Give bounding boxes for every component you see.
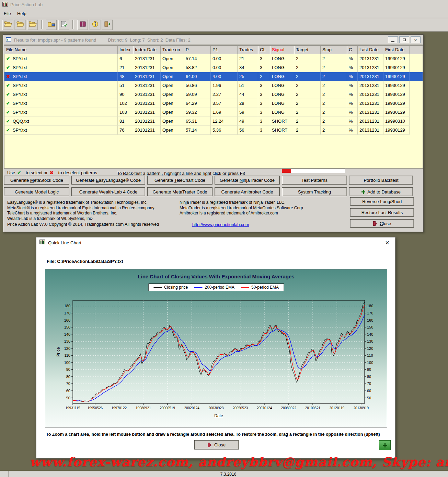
cell: Open xyxy=(161,72,184,81)
cell-file-name: ✔SPY.txt xyxy=(4,126,118,135)
column-header-p[interactable]: P xyxy=(184,46,211,54)
cell: 0.00 xyxy=(211,54,238,63)
table-row[interactable]: ✔SPY.txt2120131231Open58.820.00343LONG22… xyxy=(4,63,423,72)
table-row[interactable]: ✔SPY.txt7620131231Open57.145.36563SHORT2… xyxy=(4,126,423,135)
menu-help[interactable]: Help xyxy=(14,10,30,17)
table-row[interactable]: ✔SPY.txt10220131231Open64.293.57283LONG2… xyxy=(4,99,423,108)
column-header-p1[interactable]: P1 xyxy=(211,46,238,54)
cell: 56.86 xyxy=(184,81,211,90)
cross-icon[interactable]: ✖ xyxy=(6,74,10,79)
expand-chart-button[interactable] xyxy=(379,440,391,450)
cell: 2 xyxy=(321,81,347,90)
svg-text:19970122: 19970122 xyxy=(111,406,127,410)
column-header-trades[interactable]: Trades xyxy=(238,46,258,54)
column-header-c[interactable]: C xyxy=(347,46,358,54)
table-row[interactable]: ✔SPY.txt620131231Open57.140.00213LONG22%… xyxy=(4,54,423,63)
column-header-cl[interactable]: CL xyxy=(258,46,270,54)
check-icon[interactable]: ✔ xyxy=(6,119,10,124)
minimize-button[interactable] xyxy=(388,36,398,43)
cell: 56 xyxy=(238,126,258,135)
generate-model-logic-button[interactable]: Generate Model Logic xyxy=(4,187,69,196)
toolbar xyxy=(0,18,448,32)
watermark-text: www.forex-warez.com, andreybbrv@gmail.co… xyxy=(30,454,448,469)
close-button[interactable]: × xyxy=(411,36,421,43)
data-manager-button[interactable] xyxy=(46,20,57,30)
svg-text:130: 130 xyxy=(367,339,373,343)
cell: Open xyxy=(161,90,184,99)
column-header-index-date[interactable]: Index Date xyxy=(133,46,161,54)
test-patterns-button[interactable]: Test Patterns xyxy=(282,176,347,185)
table-row[interactable]: ✔QQQ.txt8120131231Open65.3112.24493SHORT… xyxy=(4,117,423,126)
column-header-first-date[interactable]: First Date xyxy=(383,46,410,54)
cell: 19930129 xyxy=(383,72,410,81)
generate-amibroker-code-button[interactable]: Generate Amibroker Code xyxy=(215,187,280,196)
cell: 34 xyxy=(238,63,258,72)
dialog-titlebar[interactable]: Quick Line Chart × xyxy=(36,237,395,248)
column-header-stop[interactable]: Stop xyxy=(321,46,347,54)
table-row[interactable]: ✖SPY.txt4820131231Open64.004.00252LONG22… xyxy=(4,72,423,81)
check-icon[interactable]: ✔ xyxy=(6,127,10,133)
cell: 44 xyxy=(238,90,258,99)
add-to-database-button[interactable]: Add to Database xyxy=(349,187,413,196)
column-header-target[interactable]: Target xyxy=(294,46,321,54)
cell: LONG xyxy=(270,72,294,81)
check-icon[interactable]: ✔ xyxy=(6,92,10,97)
help-book-icon xyxy=(79,21,87,29)
open-pattern-button[interactable] xyxy=(14,20,26,30)
generate-ninjatrader-code-button[interactable]: Generate NinjaTrader Code xyxy=(215,176,280,185)
cell: 3 xyxy=(258,54,270,63)
generate-metatrader-code-button[interactable]: Generate MetaTrader Code xyxy=(147,187,212,196)
table-row[interactable]: ✔SPY.txt9020131231Open59.092.27443LONG22… xyxy=(4,90,423,99)
button-label: Generate Wealth-Lab 4 Code xyxy=(79,189,138,195)
menu-bar: FileHelp xyxy=(0,9,448,18)
generate-telechart-code-button[interactable]: Generate TeleChart Code xyxy=(147,176,212,185)
menu-file[interactable]: File xyxy=(1,10,14,17)
dialog-close-icon[interactable]: × xyxy=(382,238,392,247)
check-icon[interactable]: ✔ xyxy=(6,65,10,70)
check-icon[interactable]: ✔ xyxy=(6,56,10,61)
column-header-index[interactable]: Index xyxy=(118,46,133,54)
svg-text:80: 80 xyxy=(367,375,371,379)
svg-text:120: 120 xyxy=(367,346,373,351)
open-file-button[interactable] xyxy=(2,20,13,30)
button-label: Generate Amibroker Code xyxy=(221,189,273,195)
generate-easylanguage-code-button[interactable]: Generate EasyLanguage® Code xyxy=(71,176,145,185)
close-button[interactable]: Close xyxy=(350,219,414,228)
cell: 49 xyxy=(238,117,258,126)
website-link[interactable]: http://www.priceactionlab.com xyxy=(192,222,249,227)
column-header-file-name[interactable]: File Name xyxy=(4,46,118,54)
svg-text:20000519: 20000519 xyxy=(160,406,175,410)
column-header-last-date[interactable]: Last Date xyxy=(358,46,383,54)
portfolio-backtest-button[interactable]: Portfolio Backtest xyxy=(349,176,413,185)
check-icon[interactable]: ✔ xyxy=(6,101,10,106)
reverse-long-short-button[interactable]: Reverse Long/Short xyxy=(350,197,414,206)
trademark-line: NinjaTrader is a registered trademark of… xyxy=(180,200,303,206)
cell-file-name: ✔SPY.txt xyxy=(4,54,118,63)
check-icon[interactable]: ✔ xyxy=(6,83,10,88)
generate-metastock-code-button[interactable]: Generate MetaStock Code xyxy=(4,176,69,185)
about-button[interactable] xyxy=(89,20,101,30)
table-row[interactable]: ✔SPY.txt5120131231Open56.861.96513LONG22… xyxy=(4,81,423,90)
check-icon[interactable]: ✔ xyxy=(6,110,10,115)
svg-text:60: 60 xyxy=(367,389,371,393)
line-chart[interactable]: 5050606070708080909010010011011012012013… xyxy=(45,269,387,428)
help-button[interactable] xyxy=(77,20,88,30)
restore-last-results-button[interactable]: Restore Last Results xyxy=(350,208,414,217)
generate-wealth-lab-4-code-button[interactable]: Generate Wealth-Lab 4 Code xyxy=(71,187,145,196)
maximize-button[interactable] xyxy=(399,36,409,43)
column-header-signal[interactable]: Signal xyxy=(270,46,294,54)
column-header-trade-on[interactable]: Trade on xyxy=(161,46,184,54)
cell: 20131231 xyxy=(133,99,161,108)
report-button[interactable] xyxy=(58,20,69,30)
exit-button[interactable] xyxy=(102,20,113,30)
cell: 2 xyxy=(294,81,321,90)
table-row[interactable]: ✔SPY.txt10320131231Open59.321.69593LONG2… xyxy=(4,108,423,117)
hint-text: to select or xyxy=(26,170,48,175)
cell: Open xyxy=(161,54,184,63)
close-button[interactable]: Close xyxy=(194,440,239,450)
open-results-button[interactable] xyxy=(27,20,38,30)
system-tracking-button[interactable]: System Tracking xyxy=(282,187,347,196)
cell: 12.24 xyxy=(211,117,238,126)
results-titlebar[interactable]: Results for: tmpdps.spr - 9 patterns fou… xyxy=(4,35,423,45)
cell: LONG xyxy=(270,90,294,99)
